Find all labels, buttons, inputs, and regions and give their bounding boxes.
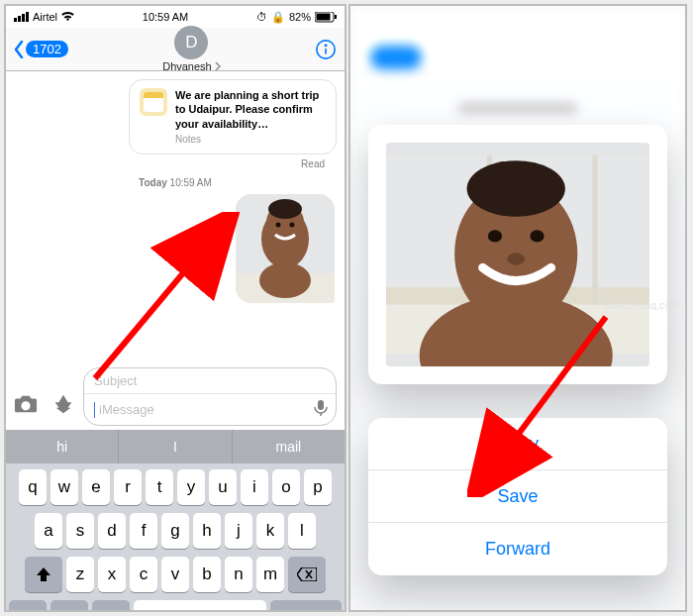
info-button[interactable] bbox=[315, 39, 337, 60]
menu-copy[interactable]: Copy bbox=[368, 418, 667, 470]
dictate-key[interactable] bbox=[92, 600, 130, 612]
note-source-app: Notes bbox=[175, 133, 326, 146]
chevron-right-icon bbox=[215, 61, 221, 71]
svg-point-25 bbox=[467, 160, 565, 217]
svg-rect-17 bbox=[108, 610, 114, 612]
back-unread-badge: 1702 bbox=[26, 41, 68, 57]
menu-save[interactable]: Save bbox=[368, 470, 667, 523]
key-f[interactable]: f bbox=[130, 513, 157, 549]
key-j[interactable]: j bbox=[225, 513, 252, 549]
key-l[interactable]: l bbox=[288, 513, 316, 549]
note-body: We are planning a short trip to Udaipur.… bbox=[175, 88, 326, 131]
key-s[interactable]: s bbox=[66, 513, 94, 549]
key-t[interactable]: t bbox=[146, 469, 173, 505]
key-w[interactable]: w bbox=[50, 469, 78, 505]
battery-icon bbox=[315, 12, 337, 23]
key-m[interactable]: m bbox=[256, 557, 284, 592]
mic-icon bbox=[104, 610, 118, 612]
svg-point-16 bbox=[61, 611, 77, 612]
right-phone-screen: Copy Save Forward www.deuaq.com bbox=[348, 4, 687, 612]
key-z[interactable]: z bbox=[66, 557, 94, 592]
message-field[interactable]: iMessage bbox=[99, 402, 312, 417]
wifi-icon bbox=[61, 12, 74, 22]
key-o[interactable]: o bbox=[272, 469, 300, 505]
return-key[interactable]: return bbox=[270, 600, 342, 612]
key-v[interactable]: v bbox=[161, 557, 189, 592]
space-key[interactable]: space bbox=[134, 600, 266, 612]
alarm-icon: ⏱ bbox=[256, 11, 267, 23]
key-y[interactable]: y bbox=[177, 469, 205, 505]
predict-2[interactable]: I bbox=[119, 430, 232, 463]
image-thumbnail bbox=[236, 194, 335, 303]
predict-3[interactable]: mail bbox=[233, 430, 345, 463]
dictation-button[interactable] bbox=[312, 399, 330, 420]
keyboard-row-1: qwertyuiop bbox=[9, 469, 342, 505]
read-receipt: Read bbox=[14, 158, 325, 169]
key-q[interactable]: q bbox=[19, 469, 47, 505]
message-thread[interactable]: We are planning a short trip to Udaipur.… bbox=[6, 71, 345, 359]
image-message-bubble[interactable] bbox=[236, 194, 335, 303]
svg-point-10 bbox=[268, 199, 302, 219]
key-d[interactable]: d bbox=[98, 513, 126, 549]
compose-area: Subject iMessage bbox=[6, 359, 345, 430]
signal-icon bbox=[14, 12, 29, 22]
shift-icon bbox=[36, 566, 51, 582]
svg-point-13 bbox=[290, 222, 295, 227]
key-n[interactable]: n bbox=[225, 557, 252, 592]
keyboard-row-4: 123 space return bbox=[9, 600, 342, 612]
subject-field[interactable]: Subject bbox=[84, 368, 336, 394]
back-button[interactable]: 1702 bbox=[14, 41, 68, 58]
key-g[interactable]: g bbox=[161, 513, 189, 549]
globe-key[interactable] bbox=[50, 600, 88, 612]
globe-icon bbox=[60, 610, 78, 612]
context-menu: Copy Save Forward bbox=[368, 418, 667, 575]
key-x[interactable]: x bbox=[98, 557, 126, 592]
svg-point-27 bbox=[530, 230, 544, 242]
annotation-arrow-1 bbox=[91, 212, 244, 380]
key-i[interactable]: i bbox=[241, 469, 268, 505]
svg-line-14 bbox=[95, 220, 228, 378]
app-store-icon bbox=[51, 393, 75, 415]
notes-app-icon bbox=[140, 88, 167, 116]
nav-bar: 1702 D Dhvanesh bbox=[6, 28, 345, 71]
key-u[interactable]: u bbox=[209, 469, 237, 505]
svg-point-26 bbox=[488, 230, 502, 242]
svg-rect-2 bbox=[335, 15, 337, 19]
compose-input[interactable]: Subject iMessage bbox=[83, 367, 337, 426]
text-cursor bbox=[94, 402, 95, 418]
svg-point-11 bbox=[259, 262, 311, 298]
keyboard-row-3: zxcvbnm bbox=[9, 557, 342, 592]
keyboard: qwertyuiop asdfghjkl zxcvbnm 123 space r… bbox=[6, 463, 345, 612]
key-r[interactable]: r bbox=[114, 469, 142, 505]
key-b[interactable]: b bbox=[193, 557, 221, 592]
numbers-key[interactable]: 123 bbox=[9, 600, 47, 612]
key-a[interactable]: a bbox=[35, 513, 62, 549]
contact-avatar[interactable]: D bbox=[174, 26, 208, 59]
key-k[interactable]: k bbox=[256, 513, 284, 549]
chevron-left-icon bbox=[14, 41, 24, 58]
camera-button[interactable] bbox=[14, 393, 38, 418]
preview-image[interactable] bbox=[386, 143, 649, 366]
carrier-label: Airtel bbox=[33, 11, 57, 23]
shift-key[interactable] bbox=[25, 557, 62, 592]
key-h[interactable]: h bbox=[193, 513, 221, 549]
delete-icon bbox=[297, 567, 317, 581]
predict-1[interactable]: hi bbox=[6, 430, 119, 463]
apps-button[interactable] bbox=[51, 393, 75, 418]
delete-key[interactable] bbox=[288, 557, 326, 592]
menu-forward[interactable]: Forward bbox=[368, 523, 667, 575]
clock-label: 10:59 AM bbox=[143, 11, 188, 23]
watermark: www.deuaq.com bbox=[603, 300, 679, 311]
svg-point-28 bbox=[507, 253, 525, 264]
key-p[interactable]: p bbox=[304, 469, 332, 505]
svg-rect-22 bbox=[592, 155, 597, 305]
status-bar: Airtel 10:59 AM ⏱ 🔒 82% bbox=[6, 6, 345, 28]
notes-attachment-bubble[interactable]: We are planning a short trip to Udaipur.… bbox=[129, 79, 337, 154]
svg-rect-15 bbox=[318, 400, 324, 410]
key-c[interactable]: c bbox=[130, 557, 157, 592]
battery-pct-label: 82% bbox=[289, 11, 311, 23]
mic-icon bbox=[312, 399, 330, 417]
key-e[interactable]: e bbox=[82, 469, 110, 505]
info-icon bbox=[315, 39, 337, 60]
left-phone-screen: Airtel 10:59 AM ⏱ 🔒 82% 1702 D Dhvanesh bbox=[4, 4, 346, 612]
